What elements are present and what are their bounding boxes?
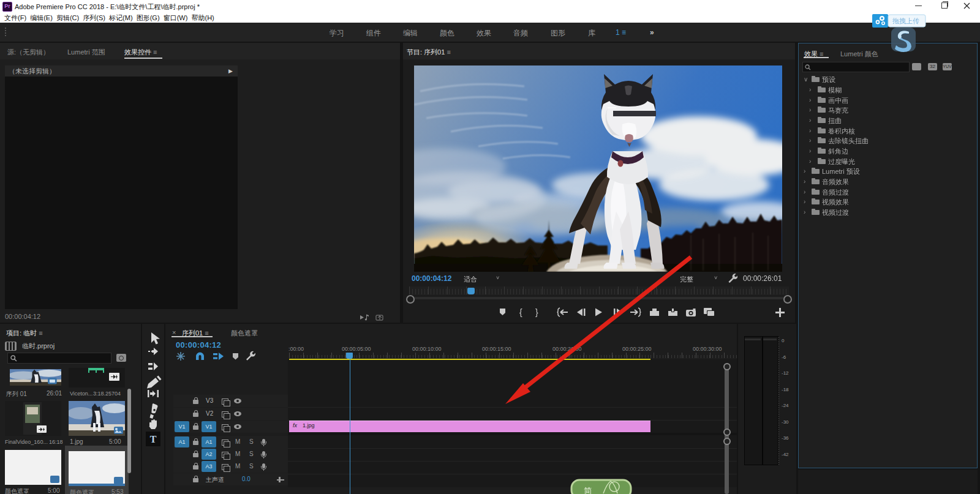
svg-text:}: } — [535, 307, 538, 317]
svg-text:{: { — [519, 307, 522, 317]
svg-text:T: T — [150, 434, 157, 444]
